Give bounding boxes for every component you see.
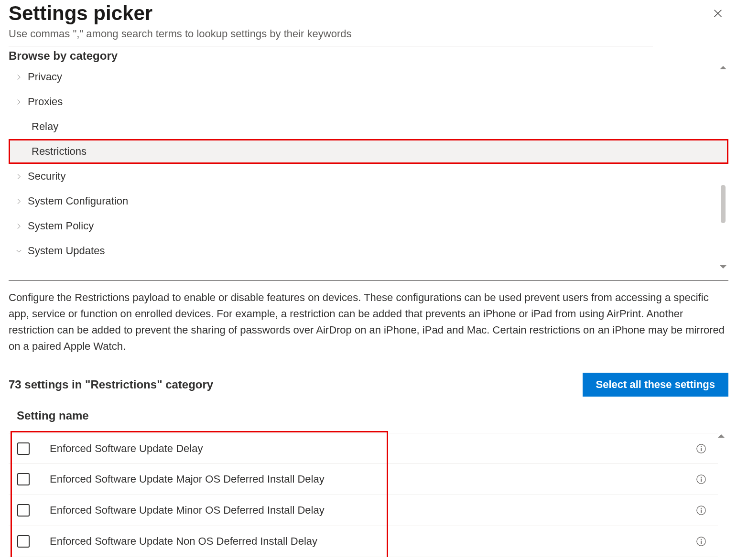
- category-description: Configure the Restrictions payload to en…: [9, 290, 728, 355]
- svg-rect-2: [701, 448, 702, 451]
- category-item-security[interactable]: Security: [9, 164, 728, 189]
- section-divider: [9, 280, 728, 281]
- category-item-system-configuration[interactable]: System Configuration: [9, 189, 728, 214]
- settings-list: Enforced Software Update DelayEnforced S…: [9, 433, 728, 557]
- svg-point-7: [701, 508, 702, 509]
- settings-picker-panel: Settings picker Use commas "," among sea…: [0, 0, 737, 557]
- chevron-right-icon: [11, 98, 26, 106]
- setting-checkbox[interactable]: [17, 535, 30, 548]
- header-divider: [9, 46, 653, 46]
- settings-action-bar: 73 settings in "Restrictions" category S…: [9, 373, 728, 397]
- setting-checkbox[interactable]: [17, 504, 30, 517]
- info-icon[interactable]: [696, 474, 706, 485]
- setting-name-label: Enforced Software Update Minor OS Deferr…: [50, 504, 325, 517]
- setting-name-label: Enforced Software Update Major OS Deferr…: [50, 473, 325, 485]
- category-tree: PrivacyProxiesRelayRestrictionsSecurityS…: [9, 65, 728, 270]
- info-icon[interactable]: [696, 536, 706, 547]
- setting-checkbox[interactable]: [17, 442, 30, 455]
- setting-row[interactable]: Enforced Software Update Minor OS Deferr…: [9, 495, 718, 526]
- category-label: System Policy: [26, 220, 94, 232]
- scroll-up-icon[interactable]: [718, 434, 725, 438]
- setting-name-column-header[interactable]: Setting name: [9, 409, 728, 422]
- category-label: Relay: [30, 120, 58, 133]
- browse-by-category-label: Browse by category: [9, 49, 728, 63]
- page-subtitle: Use commas "," among search terms to loo…: [9, 28, 728, 40]
- svg-rect-11: [701, 541, 702, 544]
- setting-name-label: Enforced Software Update Non OS Deferred…: [50, 535, 317, 548]
- category-label: Restrictions: [30, 145, 87, 158]
- chevron-right-icon: [11, 198, 26, 205]
- svg-point-4: [701, 477, 702, 478]
- category-item-system-updates[interactable]: System Updates: [9, 238, 728, 263]
- select-all-button[interactable]: Select all these settings: [583, 373, 728, 397]
- chevron-right-icon: [11, 173, 26, 180]
- scroll-up-icon[interactable]: [720, 66, 726, 69]
- category-item-relay[interactable]: Relay: [9, 114, 728, 139]
- settings-scrollbar[interactable]: [718, 433, 728, 557]
- info-icon[interactable]: [696, 505, 706, 516]
- close-icon: [713, 8, 723, 19]
- setting-checkbox[interactable]: [17, 473, 30, 485]
- close-button[interactable]: [709, 5, 726, 22]
- category-item-restrictions[interactable]: Restrictions: [9, 139, 728, 164]
- chevron-right-icon: [11, 74, 26, 81]
- category-scrollbar[interactable]: [718, 65, 728, 270]
- svg-point-10: [701, 539, 702, 540]
- chevron-right-icon: [11, 223, 26, 230]
- category-label: Privacy: [26, 71, 62, 83]
- setting-row[interactable]: Enforced Software Update Delay: [9, 433, 718, 464]
- settings-count-label: 73 settings in "Restrictions" category: [9, 378, 213, 391]
- category-label: System Updates: [26, 245, 105, 257]
- setting-row[interactable]: Enforced Software Update Major OS Deferr…: [9, 464, 718, 495]
- category-label: System Configuration: [26, 195, 128, 207]
- category-label: Proxies: [26, 96, 63, 108]
- page-title: Settings picker: [9, 2, 728, 25]
- info-icon[interactable]: [696, 443, 706, 454]
- chevron-down-icon: [11, 248, 26, 255]
- category-item-system-policy[interactable]: System Policy: [9, 214, 728, 238]
- category-item-privacy[interactable]: Privacy: [9, 65, 728, 89]
- svg-rect-5: [701, 479, 702, 482]
- svg-rect-8: [701, 510, 702, 513]
- scroll-down-icon[interactable]: [720, 265, 726, 269]
- scroll-thumb[interactable]: [721, 185, 726, 223]
- category-label: Security: [26, 170, 65, 183]
- svg-point-1: [701, 446, 702, 447]
- panel-header: Settings picker Use commas "," among sea…: [9, 0, 728, 40]
- setting-name-label: Enforced Software Update Delay: [50, 442, 203, 455]
- category-item-proxies[interactable]: Proxies: [9, 89, 728, 114]
- setting-row[interactable]: Enforced Software Update Non OS Deferred…: [9, 526, 718, 557]
